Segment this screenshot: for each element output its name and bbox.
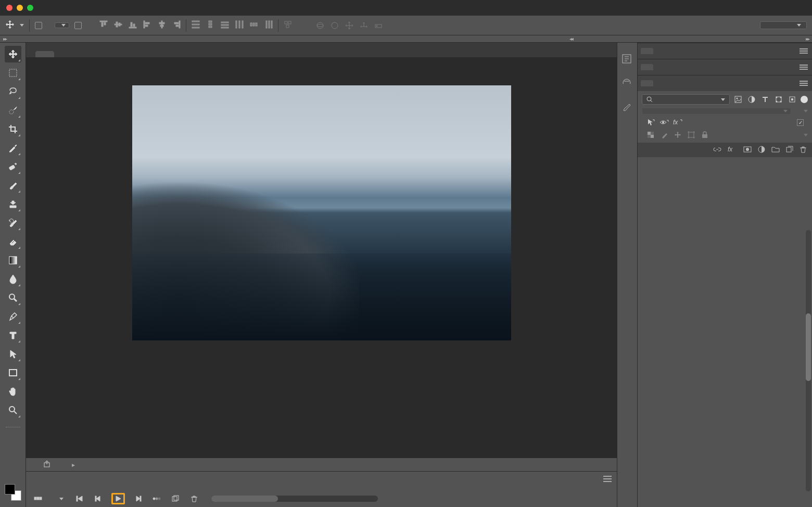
3d-slide-icon[interactable] [359,20,369,31]
distribute-right-icon[interactable] [263,19,274,30]
auto-align-icon[interactable] [283,19,293,30]
unify-position-icon[interactable] [646,118,655,127]
brush-tool[interactable] [5,177,21,194]
tool-preset-dropdown[interactable] [20,24,24,27]
crop-tool[interactable] [5,121,21,137]
filter-smart-icon[interactable] [787,94,797,105]
filter-type-icon[interactable] [760,94,770,105]
distribute-bottom-icon[interactable] [220,19,230,30]
delete-frame-button[interactable] [188,493,200,504]
auto-select-target-dropdown[interactable] [55,22,69,28]
layer-filter-dropdown[interactable] [642,94,730,105]
blend-mode-dropdown[interactable] [642,108,791,115]
3d-scale-icon[interactable] [373,20,384,31]
layer-mask-icon[interactable] [743,146,752,155]
lock-position-icon[interactable] [673,130,682,140]
filter-toggle[interactable] [801,96,808,103]
eyedropper-tool[interactable] [5,140,21,156]
new-layer-icon[interactable] [786,146,793,155]
workspace-switcher[interactable] [760,21,807,29]
unify-style-icon[interactable]: fx [673,118,682,127]
dodge-tool[interactable] [5,289,21,306]
close-window[interactable] [6,5,12,11]
marquee-tool[interactable] [5,65,21,81]
maximize-window[interactable] [27,5,33,11]
tab-paths[interactable] [668,80,680,86]
document-tab[interactable] [35,51,54,57]
type-tool[interactable] [5,327,21,344]
collapse-arrow-right-icon[interactable]: ▸▸ [803,36,812,42]
3d-pan-icon[interactable] [344,20,354,31]
quick-selection-tool[interactable] [5,102,21,119]
brush-panel-icon[interactable] [621,101,633,113]
duplicate-frame-button[interactable] [170,493,181,504]
foreground-background-colors[interactable] [5,484,21,501]
layer-style-icon[interactable]: fx [728,146,737,155]
align-bottom-icon[interactable] [128,19,138,30]
new-group-icon[interactable] [771,146,780,155]
distribute-vcenter-icon[interactable] [205,19,215,30]
healing-brush-tool[interactable] [5,158,21,175]
link-layers-icon[interactable] [713,146,721,155]
align-top-icon[interactable] [98,19,109,30]
timeline-scrollbar[interactable] [211,496,378,502]
propagate-frame-checkbox[interactable] [797,119,804,126]
filter-pixel-icon[interactable] [733,94,743,105]
properties-panel-icon[interactable] [621,77,633,90]
tab-channels[interactable] [654,80,667,86]
filter-adjustment-icon[interactable] [746,94,757,105]
tab-libraries[interactable] [641,64,653,70]
hand-tool[interactable] [5,383,21,400]
distribute-left-icon[interactable] [234,19,245,30]
panel-menu-icon[interactable] [800,81,808,86]
play-button[interactable] [111,493,125,504]
canvas-viewport[interactable] [26,57,617,458]
lock-pixels-icon[interactable] [659,130,669,140]
expand-arrow-left-icon[interactable]: ▸▸ [0,36,9,42]
history-panel-icon[interactable] [621,53,633,66]
tween-button[interactable] [151,493,162,504]
previous-frame-button[interactable] [93,493,104,504]
tab-adjustments[interactable] [654,64,667,70]
auto-select-checkbox[interactable] [35,22,42,29]
share-icon[interactable] [44,460,51,469]
tab-styles[interactable] [668,64,680,70]
tab-swatches[interactable] [654,48,667,54]
path-selection-tool[interactable] [5,346,21,362]
rectangle-tool[interactable] [5,364,21,381]
tab-layers[interactable] [641,80,653,86]
history-brush-tool[interactable] [5,214,21,231]
status-flyout-icon[interactable]: ▸ [72,461,75,468]
blur-tool[interactable] [5,271,21,287]
delete-layer-icon[interactable] [800,146,807,155]
show-transform-checkbox[interactable] [74,22,82,29]
pen-tool[interactable] [5,308,21,325]
lock-transparency-icon[interactable] [646,130,655,140]
align-left-icon[interactable] [142,19,153,30]
collapse-arrow-mid-icon[interactable]: ◂◂ [566,36,576,42]
align-vcenter-icon[interactable] [113,19,123,30]
lock-all-icon[interactable] [700,130,709,140]
panel-menu-icon[interactable] [800,48,808,54]
move-tool[interactable] [5,46,21,62]
3d-roll-icon[interactable] [329,20,340,31]
lock-artboard-icon[interactable] [687,130,696,140]
distribute-top-icon[interactable] [191,19,201,30]
eraser-tool[interactable] [5,233,21,250]
timeline-menu-icon[interactable] [603,476,612,482]
foreground-color-swatch[interactable] [5,484,15,495]
lasso-tool[interactable] [5,83,21,100]
first-frame-button[interactable] [74,493,85,504]
clone-stamp-tool[interactable] [5,196,21,212]
panel-menu-icon[interactable] [800,65,808,70]
adjustment-layer-icon[interactable] [758,146,765,155]
align-right-icon[interactable] [171,19,182,30]
distribute-hcenter-icon[interactable] [249,19,259,30]
move-tool-icon[interactable] [5,20,15,31]
filter-shape-icon[interactable] [773,94,784,105]
align-hcenter-icon[interactable] [157,19,167,30]
3d-orbit-icon[interactable] [315,20,325,31]
gradient-tool[interactable] [5,252,21,269]
layers-scrollbar[interactable] [806,230,811,491]
tab-color[interactable] [641,48,653,54]
